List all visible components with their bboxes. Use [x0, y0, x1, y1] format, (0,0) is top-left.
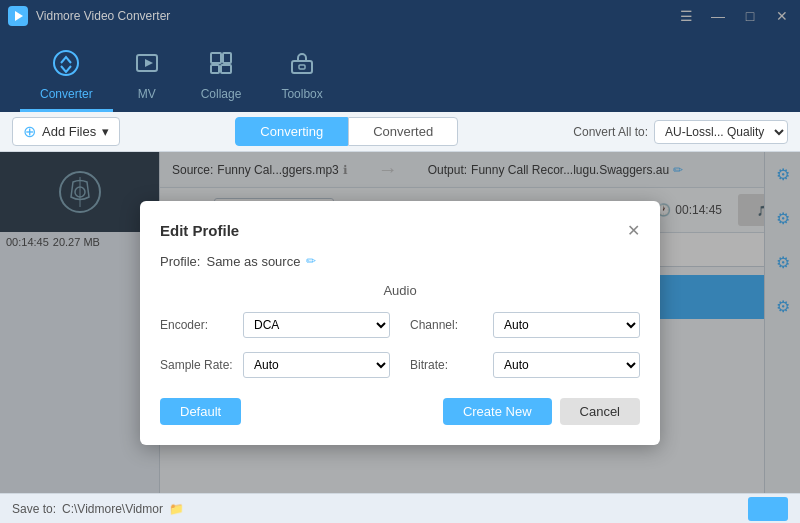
tab-group: Converting Converted: [128, 117, 565, 146]
add-files-label: Add Files: [42, 124, 96, 139]
tab-converted[interactable]: Converted: [348, 117, 458, 146]
convert-button[interactable]: [748, 497, 788, 521]
profile-edit-icon[interactable]: ✏: [306, 254, 316, 268]
sample-rate-label: Sample Rate:: [160, 358, 235, 372]
svg-rect-4: [211, 53, 221, 63]
channel-select[interactable]: Auto: [493, 312, 640, 338]
convert-all-label: Convert All to:: [573, 125, 648, 139]
dialog-actions: Default Create New Cancel: [160, 398, 640, 425]
close-btn[interactable]: ✕: [772, 6, 792, 26]
profile-label-static: Profile:: [160, 254, 200, 269]
add-files-dropdown-icon[interactable]: ▾: [102, 124, 109, 139]
dialog-title: Edit Profile: [160, 222, 239, 239]
svg-rect-9: [299, 65, 305, 69]
mv-icon: [133, 49, 161, 83]
edit-profile-dialog: Edit Profile ✕ Profile: Same as source ✏…: [140, 201, 660, 445]
create-new-button[interactable]: Create New: [443, 398, 552, 425]
main-area: 00:14:45 20.27 MB Source: Funny Cal...gg…: [0, 152, 800, 493]
field-group-sample-rate: Sample Rate: Auto: [160, 352, 390, 378]
svg-rect-8: [292, 61, 312, 73]
collage-icon: [207, 49, 235, 83]
sample-rate-select[interactable]: Auto: [243, 352, 390, 378]
minimize-btn[interactable]: —: [708, 6, 728, 26]
toolbar: ⊕ Add Files ▾ Converting Converted Conve…: [0, 112, 800, 152]
dialog-right-actions: Create New Cancel: [443, 398, 640, 425]
svg-rect-5: [223, 53, 231, 63]
profile-value: Same as source: [206, 254, 300, 269]
nav-item-toolbox[interactable]: Toolbox: [261, 41, 342, 112]
dialog-header: Edit Profile ✕: [160, 221, 640, 240]
svg-rect-7: [221, 65, 231, 73]
bottom-bar: Save to: C:\Vidmore\Vidmor 📁: [0, 493, 800, 523]
channel-label: Channel:: [410, 318, 485, 332]
maximize-btn[interactable]: □: [740, 6, 760, 26]
nav-bar: Converter MV Collage: [0, 32, 800, 112]
toolbox-icon: [288, 49, 316, 83]
collage-label: Collage: [201, 87, 242, 101]
encoder-label: Encoder:: [160, 318, 235, 332]
dialog-fields: Encoder: DCA Channel: Auto Sample Rate:: [160, 312, 640, 378]
nav-item-converter[interactable]: Converter: [20, 41, 113, 112]
convert-all-area: Convert All to: AU-Lossl... Quality: [573, 120, 788, 144]
quality-select[interactable]: AU-Lossl... Quality: [654, 120, 788, 144]
save-path: C:\Vidmore\Vidmor: [62, 502, 163, 516]
dialog-profile-row: Profile: Same as source ✏: [160, 254, 640, 269]
bitrate-select[interactable]: Auto: [493, 352, 640, 378]
default-button[interactable]: Default: [160, 398, 241, 425]
field-group-channel: Channel: Auto: [410, 312, 640, 338]
toolbox-label: Toolbox: [281, 87, 322, 101]
title-bar: Vidmore Video Converter ☰ — □ ✕: [0, 0, 800, 32]
encoder-select[interactable]: DCA: [243, 312, 390, 338]
app-icon: [8, 6, 28, 26]
folder-icon[interactable]: 📁: [169, 502, 184, 516]
save-to-label: Save to:: [12, 502, 56, 516]
bitrate-label: Bitrate:: [410, 358, 485, 372]
add-files-button[interactable]: ⊕ Add Files ▾: [12, 117, 120, 146]
app-title: Vidmore Video Converter: [36, 9, 676, 23]
dialog-close-button[interactable]: ✕: [627, 221, 640, 240]
svg-rect-6: [211, 65, 219, 73]
tab-converting[interactable]: Converting: [235, 117, 348, 146]
nav-item-collage[interactable]: Collage: [181, 41, 262, 112]
field-group-encoder: Encoder: DCA: [160, 312, 390, 338]
converter-icon: [52, 49, 80, 83]
converter-label: Converter: [40, 87, 93, 101]
dialog-section-title: Audio: [160, 283, 640, 298]
message-btn[interactable]: ☰: [676, 6, 696, 26]
window-controls: ☰ — □ ✕: [676, 6, 792, 26]
nav-item-mv[interactable]: MV: [113, 41, 181, 112]
cancel-button[interactable]: Cancel: [560, 398, 640, 425]
add-icon: ⊕: [23, 122, 36, 141]
mv-label: MV: [138, 87, 156, 101]
dialog-overlay: Edit Profile ✕ Profile: Same as source ✏…: [0, 152, 800, 493]
field-group-bitrate: Bitrate: Auto: [410, 352, 640, 378]
